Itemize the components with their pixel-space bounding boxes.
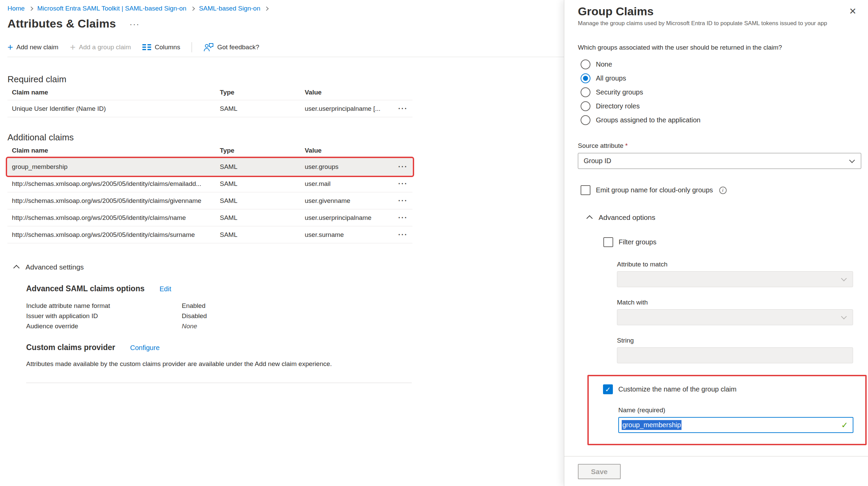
column-header-value[interactable]: Value bbox=[305, 147, 390, 154]
breadcrumb: Home Microsoft Entra SAML Toolkit | SAML… bbox=[7, 5, 564, 12]
chevron-up-icon bbox=[586, 215, 592, 221]
got-feedback-button[interactable]: Got feedback? bbox=[203, 42, 259, 52]
string-label: String bbox=[617, 337, 634, 344]
radio-directory-roles[interactable]: Directory roles bbox=[581, 99, 861, 113]
source-attribute-label: Source attribute bbox=[578, 142, 623, 150]
prop-label: Include attribute name format bbox=[26, 301, 182, 311]
customize-name-highlight: ✓ Customize the name of the group claim … bbox=[587, 375, 867, 445]
breadcrumb-app-link[interactable]: Microsoft Entra SAML Toolkit | SAML-base… bbox=[37, 5, 187, 12]
chevron-right-icon bbox=[264, 6, 269, 11]
radio-security-groups[interactable]: Security groups bbox=[581, 85, 861, 99]
panel-subtitle: Manage the group claims used by Microsof… bbox=[578, 20, 861, 27]
chevron-down-icon bbox=[841, 275, 847, 281]
name-required-label: Name (required) bbox=[618, 406, 665, 414]
configure-link[interactable]: Configure bbox=[130, 344, 160, 352]
chevron-down-icon bbox=[849, 157, 855, 163]
row-menu-button[interactable]: ··· bbox=[398, 196, 412, 205]
additional-claims-table: Claim name Type Value group_membership S… bbox=[7, 143, 412, 243]
selected-text: group_membership bbox=[622, 420, 681, 430]
toolbar-divider bbox=[192, 42, 192, 52]
required-claim-heading: Required claim bbox=[7, 74, 564, 85]
string-input[interactable] bbox=[617, 347, 853, 363]
radio-icon bbox=[581, 115, 590, 125]
additional-claims-heading: Additional claims bbox=[7, 132, 564, 143]
toolbar-rule bbox=[7, 57, 564, 57]
valid-check-icon: ✓ bbox=[841, 420, 848, 430]
columns-icon bbox=[142, 44, 151, 51]
required-asterisk: * bbox=[625, 142, 627, 150]
plus-icon: + bbox=[70, 42, 75, 52]
radio-all-groups[interactable]: All groups bbox=[581, 71, 861, 85]
prop-value: Enabled bbox=[182, 301, 564, 311]
column-header-value[interactable]: Value bbox=[305, 89, 390, 96]
add-new-claim-button[interactable]: + Add new claim bbox=[7, 42, 58, 52]
radio-icon bbox=[581, 101, 590, 111]
edit-link[interactable]: Edit bbox=[159, 285, 171, 293]
columns-button[interactable]: Columns bbox=[142, 44, 180, 51]
add-group-claim-button[interactable]: + Add a group claim bbox=[70, 42, 131, 52]
table-row[interactable]: http://schemas.xmlsoap.org/ws/2005/05/id… bbox=[7, 226, 412, 243]
radio-icon bbox=[581, 87, 590, 97]
column-header-claim-name[interactable]: Claim name bbox=[7, 147, 220, 154]
table-row[interactable]: http://schemas.xmlsoap.org/ws/2005/05/id… bbox=[7, 192, 412, 209]
row-menu-button[interactable]: ··· bbox=[398, 213, 412, 222]
info-icon[interactable]: i bbox=[719, 187, 727, 194]
checkbox-icon: ✓ bbox=[603, 237, 613, 247]
row-menu-button[interactable]: ··· bbox=[398, 162, 412, 171]
match-with-select[interactable] bbox=[617, 309, 853, 325]
source-attribute-select[interactable]: Group ID bbox=[578, 153, 861, 169]
chevron-right-icon bbox=[29, 6, 33, 11]
advanced-settings-toggle[interactable]: Advanced settings bbox=[15, 263, 564, 271]
chevron-right-icon bbox=[191, 6, 195, 11]
radio-none[interactable]: None bbox=[581, 57, 861, 71]
custom-claims-provider-heading: Custom claims provider bbox=[26, 343, 115, 352]
feedback-icon bbox=[203, 42, 214, 52]
row-menu-button[interactable]: ··· bbox=[398, 230, 412, 239]
breadcrumb-signon-link[interactable]: SAML-based Sign-on bbox=[199, 5, 261, 12]
breadcrumb-home-link[interactable]: Home bbox=[7, 5, 25, 12]
row-menu-button[interactable]: ··· bbox=[398, 104, 412, 113]
attribute-to-match-select[interactable] bbox=[617, 271, 853, 287]
group-claims-question: Which groups associated with the user sh… bbox=[578, 44, 861, 51]
group-claims-panel: Group Claims ✕ Manage the group claims u… bbox=[564, 0, 868, 486]
saml-options-list: Include attribute name format Enabled Is… bbox=[26, 301, 564, 331]
prop-value: Disabled bbox=[182, 311, 564, 321]
emit-group-name-checkbox[interactable]: ✓ Emit group name for cloud-only groups … bbox=[581, 185, 861, 195]
filter-groups-checkbox[interactable]: ✓ Filter groups bbox=[603, 237, 861, 247]
main-content: Home Microsoft Entra SAML Toolkit | SAML… bbox=[0, 0, 564, 486]
group-claim-name-input[interactable]: group_membership ✓ bbox=[618, 417, 853, 433]
radio-icon bbox=[581, 59, 590, 69]
table-row[interactable]: Unique User Identifier (Name ID) SAML us… bbox=[7, 100, 412, 117]
column-header-claim-name[interactable]: Claim name bbox=[7, 89, 220, 96]
column-header-type[interactable]: Type bbox=[220, 147, 305, 154]
checkbox-icon: ✓ bbox=[603, 384, 613, 394]
page-overflow-button[interactable]: ··· bbox=[129, 20, 140, 30]
page-title: Attributes & Claims bbox=[7, 17, 116, 30]
command-bar: + Add new claim + Add a group claim Colu… bbox=[7, 40, 564, 54]
attribute-to-match-label: Attribute to match bbox=[617, 261, 668, 268]
column-header-type[interactable]: Type bbox=[220, 89, 305, 96]
table-row-group-membership[interactable]: group_membership SAML user.groups ··· bbox=[7, 158, 412, 175]
chevron-up-icon bbox=[13, 265, 19, 271]
panel-footer: Save bbox=[564, 456, 868, 486]
advanced-options-toggle[interactable]: Advanced options bbox=[588, 213, 861, 222]
plus-icon: + bbox=[7, 42, 13, 52]
customize-name-checkbox[interactable]: ✓ Customize the name of the group claim bbox=[603, 384, 853, 394]
radio-groups-assigned[interactable]: Groups assigned to the application bbox=[581, 113, 861, 127]
save-button[interactable]: Save bbox=[578, 464, 621, 479]
prop-label: Issuer with application ID bbox=[26, 311, 182, 321]
group-type-radio-group: None All groups Security groups Director… bbox=[581, 57, 861, 127]
match-with-label: Match with bbox=[617, 299, 648, 306]
chevron-down-icon bbox=[841, 313, 847, 319]
table-row[interactable]: http://schemas.xmlsoap.org/ws/2005/05/id… bbox=[7, 175, 412, 192]
close-icon[interactable]: ✕ bbox=[849, 5, 861, 17]
required-claim-table: Claim name Type Value Unique User Identi… bbox=[7, 85, 412, 117]
section-divider bbox=[26, 383, 412, 383]
table-row[interactable]: http://schemas.xmlsoap.org/ws/2005/05/id… bbox=[7, 209, 412, 226]
radio-icon bbox=[581, 73, 590, 83]
checkbox-icon: ✓ bbox=[581, 185, 590, 195]
prop-value: None bbox=[182, 321, 564, 331]
panel-title: Group Claims bbox=[578, 5, 654, 18]
row-menu-button[interactable]: ··· bbox=[398, 179, 412, 188]
custom-claims-description: Attributes made available by the custom … bbox=[26, 360, 407, 368]
